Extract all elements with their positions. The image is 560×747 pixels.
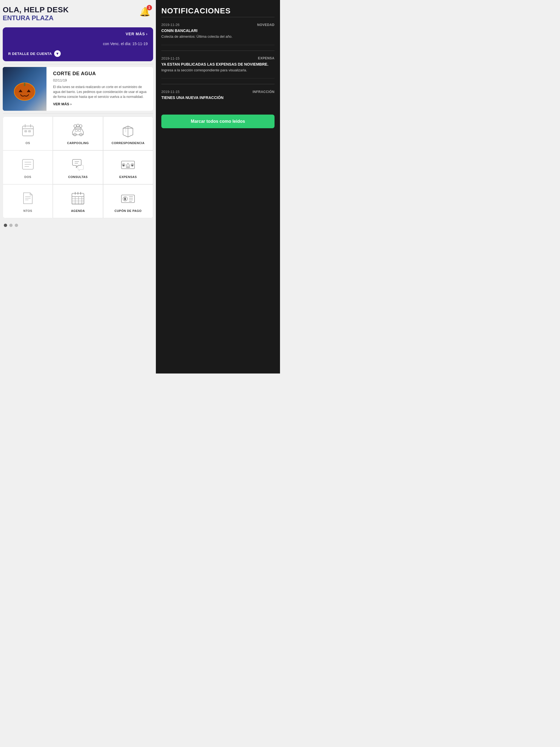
news-title: CORTE DE AGUA <box>53 71 150 77</box>
notif-date-1: 2019-11-26 <box>161 23 180 27</box>
news-chevron-icon: › <box>70 102 71 106</box>
bell-container[interactable]: 🔔 1 <box>139 6 150 17</box>
pagination-dot-2[interactable] <box>9 224 12 227</box>
money-house-icon: $ $ <box>120 157 136 172</box>
mark-all-read-button[interactable]: Marcar todos como leidos <box>161 114 275 128</box>
news-ver-mas-link[interactable]: VER MÁS › <box>53 102 150 106</box>
news-image-col: 📎 <box>3 67 47 111</box>
list-icon-wrap <box>20 156 36 173</box>
calendar-icon <box>70 190 85 206</box>
consultas-icon-wrap <box>70 156 86 173</box>
chat-icon <box>70 157 85 172</box>
notif-date-2: 2019-11-15 <box>161 56 180 60</box>
news-content: CORTE DE AGUA 02/11/19 El día lunes se e… <box>50 67 153 111</box>
notif-sender-2: YA ESTAN PUBLICADAS LAS EXPENSAS DE NOVI… <box>161 62 275 67</box>
svg-rect-29 <box>127 166 128 168</box>
chevron-down-icon: ▼ <box>55 52 59 55</box>
notif-divider-1 <box>161 51 275 51</box>
notifications-panel: NOTIFICACIONES 2019-11-26 NOVEDAD CONIN … <box>156 0 280 374</box>
service-label-agenda: AGENDA <box>71 209 85 212</box>
service-label-col1: DOS <box>24 175 31 179</box>
news-date: 02/11/19 <box>53 78 150 82</box>
notif-body-2: Ingresa a la sección correspondiente par… <box>161 68 275 73</box>
notifications-title: NOTIFICACIONES <box>161 6 275 15</box>
news-ver-mas-label: VER MÁS <box>53 102 69 106</box>
notification-badge: 1 <box>147 5 152 10</box>
service-item-consultas[interactable]: CONSULTAS <box>53 150 103 184</box>
header-location: ENTURA PLAZA <box>3 14 69 22</box>
notif-meta-3: 2019-11-15 INFRACCIÓN <box>161 90 275 94</box>
svg-rect-48 <box>121 195 134 203</box>
expensas-icon-wrap: $ $ <box>120 156 136 173</box>
chevron-right-icon: › <box>146 32 148 36</box>
doc-icon-wrap <box>20 190 36 206</box>
svg-rect-6 <box>22 126 33 136</box>
circle-down-button[interactable]: ▼ <box>54 50 61 57</box>
correspondencia-icon-wrap <box>120 122 136 138</box>
service-item-col2[interactable]: NTOS <box>3 184 53 218</box>
package-icon <box>120 123 136 138</box>
svg-rect-16 <box>78 129 81 131</box>
coupon-icon: $ <box>120 190 136 206</box>
svg-text:$: $ <box>124 198 126 200</box>
service-label-cupon: CUPÓN DE PAGO <box>114 209 142 212</box>
events-icon-wrap <box>20 122 36 138</box>
service-label-expensas: EXPENSAS <box>119 175 137 179</box>
service-item-agenda[interactable]: AGENDA <box>53 184 103 218</box>
events-icon <box>20 123 35 138</box>
ver-mas-link[interactable]: VER MÁS › <box>126 32 148 36</box>
notif-meta-2: 2019-11-15 EXPENSA <box>161 56 275 60</box>
notif-type-1: NOVEDAD <box>257 23 275 27</box>
news-image <box>3 67 47 111</box>
notif-sender-3: TIENES UNA NUEVA INFRACCIÓN <box>161 96 275 100</box>
header-greeting: OLA, HELP DESK <box>3 5 69 14</box>
divider-2 <box>3 113 153 114</box>
notif-meta-1: 2019-11-26 NOVEDAD <box>161 23 275 27</box>
service-label-carpooling: CARPOOLING <box>67 141 89 145</box>
vencimiento-text: con Venc. el día: 15-11-19 <box>8 42 148 46</box>
notif-body-1: Colecta de alimentos: Última colecta del… <box>161 34 275 40</box>
doc-icon <box>20 190 35 206</box>
news-card: 📎 <box>3 67 153 111</box>
pagination-dot-1[interactable] <box>4 224 7 227</box>
service-item-expensas[interactable]: $ $ EXPENSAS <box>103 150 153 184</box>
service-label-eventos: OS <box>25 141 30 145</box>
services-card: OS <box>3 117 153 218</box>
list-icon <box>20 157 35 172</box>
service-label-consultas: CONSULTAS <box>68 175 87 179</box>
news-body: El día lunes se estará realizando un cor… <box>53 84 150 99</box>
service-item-col1[interactable]: DOS <box>3 150 53 184</box>
pagination-dot-3[interactable] <box>15 224 18 227</box>
svg-text:$: $ <box>132 164 133 166</box>
purple-card-header: VER MÁS › <box>8 32 148 36</box>
header-text: OLA, HELP DESK ENTURA PLAZA <box>3 5 69 22</box>
service-item-cupon[interactable]: $ CUPÓN DE PAGO <box>103 184 153 218</box>
notif-date-3: 2019-11-15 <box>161 90 180 94</box>
notification-item-1: 2019-11-26 NOVEDAD CONIN BANCALARI Colec… <box>161 23 275 45</box>
svg-rect-10 <box>25 130 27 132</box>
header: OLA, HELP DESK ENTURA PLAZA 🔔 1 <box>0 0 156 25</box>
svg-rect-15 <box>75 129 77 131</box>
service-item-correspondencia[interactable]: CORRESPONDENCIA <box>103 117 153 150</box>
pagination <box>0 221 156 231</box>
svg-point-5 <box>15 83 34 100</box>
agenda-icon-wrap <box>70 190 86 206</box>
detalle-label: R DETALLE DE CUENTA <box>8 52 52 56</box>
notif-title-divider <box>161 17 275 17</box>
service-item-eventos[interactable]: OS <box>3 117 53 150</box>
notif-sender-1: CONIN BANCALARI <box>161 28 275 33</box>
svg-rect-11 <box>28 130 31 132</box>
notification-item-2: 2019-11-15 EXPENSA YA ESTAN PUBLICADAS L… <box>161 56 275 79</box>
svg-point-17 <box>74 133 76 136</box>
service-label-correspondencia: CORRESPONDENCIA <box>111 141 145 145</box>
purple-card-footer: R DETALLE DE CUENTA ▼ <box>8 50 148 57</box>
purple-card: VER MÁS › con Venc. el día: 15-11-19 R D… <box>3 27 153 61</box>
pumpkin-illustration <box>11 75 38 103</box>
notif-type-2: EXPENSA <box>258 56 275 60</box>
service-item-carpooling[interactable]: CARPOOLING <box>53 117 103 150</box>
notif-type-3: INFRACCIÓN <box>253 90 275 94</box>
purple-card-content: con Venc. el día: 15-11-19 <box>8 42 148 46</box>
svg-point-13 <box>77 124 79 127</box>
carpooling-icon-wrap <box>70 122 86 138</box>
left-panel: OLA, HELP DESK ENTURA PLAZA 🔔 1 VER MÁS … <box>0 0 156 374</box>
